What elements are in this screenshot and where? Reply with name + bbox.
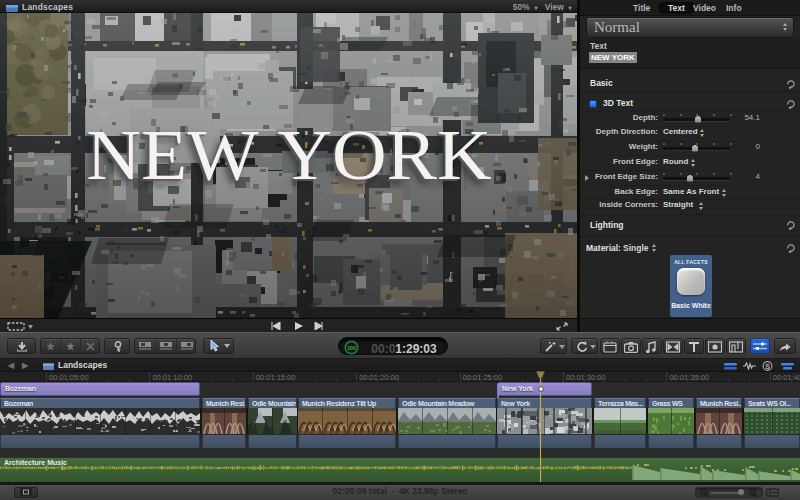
svg-text:100: 100 — [347, 345, 356, 351]
svg-text:S: S — [765, 363, 770, 370]
